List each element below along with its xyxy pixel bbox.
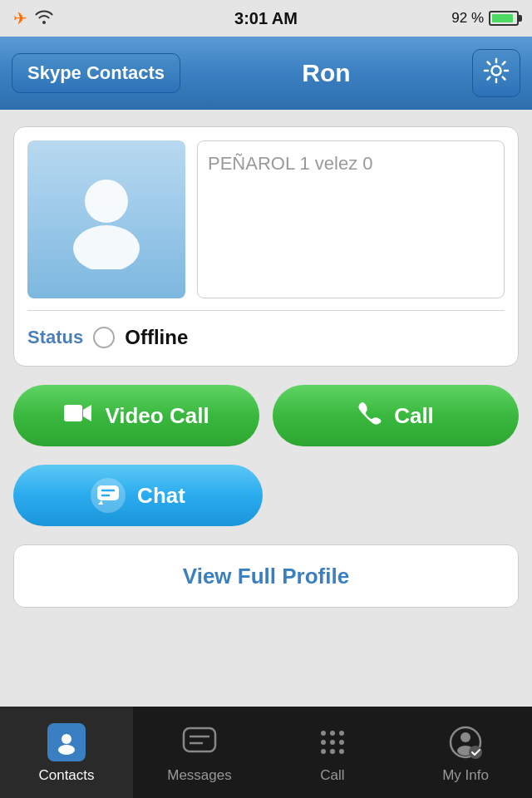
avatar [27, 140, 185, 298]
call-tab-icon [317, 727, 348, 758]
status-value: Offline [125, 326, 188, 349]
status-row: Status Offline [27, 323, 505, 352]
main-content: PEÑAROL 1 velez 0 Status Offline Video C… [0, 110, 532, 624]
svg-point-7 [62, 734, 71, 744]
view-profile-card: View Full Profile [13, 544, 519, 608]
mood-text-box: PEÑAROL 1 velez 0 [197, 140, 505, 298]
tab-myinfo-label: My Info [442, 767, 489, 784]
contacts-icon [54, 730, 79, 755]
profile-right: PEÑAROL 1 velez 0 [197, 140, 505, 298]
tab-contacts[interactable]: Contacts [0, 707, 133, 798]
svg-point-18 [321, 749, 326, 754]
tab-call-label: Call [320, 767, 344, 784]
profile-top: PEÑAROL 1 velez 0 [27, 140, 505, 298]
divider [27, 310, 505, 311]
svg-point-19 [330, 749, 335, 754]
nav-title: Ron [180, 59, 472, 87]
tab-myinfo[interactable]: My Info [399, 707, 532, 798]
mood-text: PEÑAROL 1 velez 0 [208, 153, 373, 174]
status-circle-icon [93, 327, 115, 348]
chat-icon-wrap [91, 478, 126, 513]
tab-call[interactable]: Call [266, 707, 399, 798]
battery-percentage: 92 % [451, 10, 484, 27]
video-call-button[interactable]: Video Call [13, 385, 259, 446]
airplane-icon: ✈ [13, 8, 27, 28]
svg-rect-9 [184, 728, 215, 751]
chat-button[interactable]: Chat [13, 465, 263, 526]
battery-icon [489, 11, 519, 26]
status-time: 3:01 AM [234, 9, 298, 28]
action-buttons-row: Video Call Call [13, 385, 519, 446]
myinfo-icon [447, 724, 484, 761]
svg-point-17 [339, 740, 344, 745]
call-label: Call [394, 403, 434, 429]
svg-point-24 [469, 746, 482, 759]
svg-point-1 [85, 180, 128, 223]
messages-icon-box [179, 722, 220, 763]
svg-point-0 [492, 66, 501, 75]
nav-header: Skype Contacts Ron [0, 37, 532, 110]
settings-button[interactable] [472, 49, 520, 97]
tab-contacts-label: Contacts [38, 767, 94, 784]
svg-point-8 [58, 745, 75, 755]
status-right: 92 % [451, 10, 519, 27]
tab-messages-label: Messages [167, 767, 231, 784]
status-left-icons: ✈ [13, 8, 54, 28]
contacts-icon-bg [47, 723, 86, 761]
svg-point-15 [321, 740, 326, 745]
call-icon-box [312, 722, 353, 763]
svg-point-20 [339, 749, 344, 754]
svg-rect-3 [64, 405, 82, 421]
tab-bar: Contacts Messages [0, 707, 532, 798]
wifi-icon [34, 9, 54, 28]
chat-icon [96, 485, 120, 506]
view-full-profile-button[interactable]: View Full Profile [14, 545, 518, 607]
messages-icon [182, 727, 217, 758]
svg-rect-4 [97, 485, 119, 500]
chat-label: Chat [137, 483, 185, 509]
call-button[interactable]: Call [273, 385, 519, 446]
svg-point-14 [339, 731, 344, 736]
svg-point-12 [321, 731, 326, 736]
chat-row: Chat [13, 465, 519, 526]
svg-point-13 [330, 731, 335, 736]
skype-contacts-button[interactable]: Skype Contacts [12, 53, 180, 93]
tab-messages[interactable]: Messages [133, 707, 266, 798]
contacts-icon-box [46, 722, 87, 763]
phone-icon [357, 401, 382, 431]
svg-point-2 [73, 225, 140, 269]
gear-icon [482, 57, 510, 91]
status-bar: ✈ 3:01 AM 92 % [0, 0, 532, 37]
video-call-label: Video Call [105, 403, 209, 429]
myinfo-icon-box [445, 722, 486, 763]
video-icon [63, 402, 93, 430]
svg-point-16 [330, 740, 335, 745]
avatar-icon [61, 170, 152, 269]
profile-card: PEÑAROL 1 velez 0 Status Offline [13, 126, 519, 367]
status-label: Status [27, 327, 83, 348]
svg-point-22 [461, 732, 470, 742]
